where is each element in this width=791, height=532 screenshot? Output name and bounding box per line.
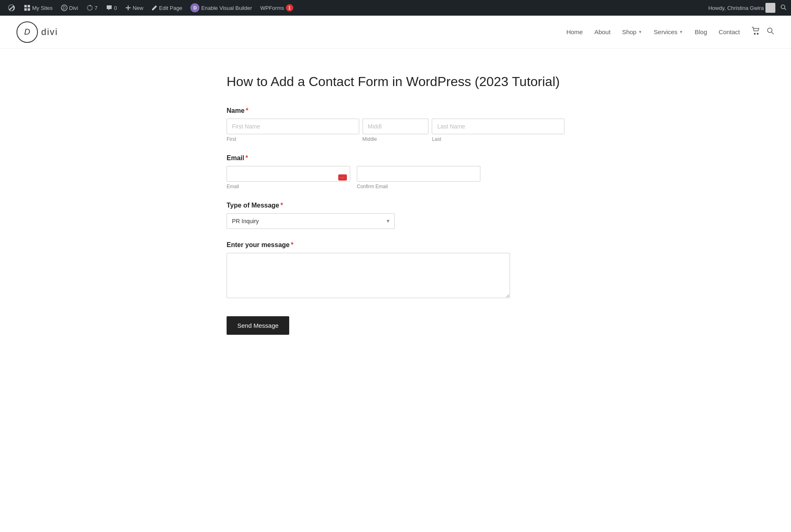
type-select[interactable]: PR Inquiry General Inquiry Support Partn… [227,213,395,229]
nav-home[interactable]: Home [566,28,583,35]
search-icon[interactable] [780,4,787,12]
svg-point-6 [781,5,785,9]
page-title: How to Add a Contact Form in WordPress (… [227,73,564,91]
nav-icons [751,27,775,37]
nav-shop[interactable]: Shop ▼ [622,28,642,35]
admin-bar-new[interactable]: New [122,0,147,16]
site-logo[interactable]: D divi [16,21,58,43]
message-section: Enter your message* [227,241,564,300]
email-dots-icon: ··· [338,175,347,181]
main-nav: Home About Shop ▼ Services ▼ Blog Contac… [566,27,775,37]
nav-services[interactable]: Services ▼ [654,28,683,35]
last-name-sublabel: Last [432,136,564,142]
shop-chevron-icon: ▼ [638,30,642,34]
svg-rect-3 [28,8,30,11]
admin-bar-edit-page[interactable]: Edit Page [148,0,185,16]
main-content: How to Add a Contact Form in WordPress (… [210,73,581,335]
first-name-sublabel: First [227,136,359,142]
wpforms-label: WPForms [260,5,284,11]
svg-point-7 [754,33,756,35]
name-label: Name* [227,107,564,114]
svg-text:D: D [63,6,66,10]
name-fields: First Middle Last [227,119,564,142]
confirm-email-sublabel: Confirm Email [357,184,480,189]
contact-form: Name* First Middle Last Email* [227,107,564,335]
admin-bar-updates[interactable]: 7 [83,0,101,16]
svg-point-8 [757,33,758,35]
admin-bar-right: Howdy, Christina Gwira [708,3,787,13]
type-select-wrap: PR Inquiry General Inquiry Support Partn… [227,213,395,229]
message-label: Enter your message* [227,241,564,249]
name-section: Name* First Middle Last [227,107,564,142]
admin-bar-divi[interactable]: D Divi [58,0,82,16]
edit-page-label: Edit Page [159,5,182,11]
updates-label: 7 [95,5,98,11]
new-label: New [133,5,143,11]
svg-rect-1 [28,5,30,7]
middle-name-sublabel: Middle [363,136,429,142]
divi-logo-circle: D [16,21,38,43]
nav-about[interactable]: About [594,28,611,35]
cart-icon[interactable] [751,27,760,37]
admin-bar-visual-builder[interactable]: D Enable Visual Builder [187,0,255,16]
nav-contact[interactable]: Contact [718,28,740,35]
middle-name-wrap: Middle [363,119,429,142]
visual-builder-label: Enable Visual Builder [201,5,252,11]
name-required-star: * [246,107,248,114]
type-label: Type of Message* [227,202,564,209]
confirm-email-input[interactable] [357,166,480,182]
admin-bar-wpforms[interactable]: WPForms 1 [257,0,297,16]
send-message-button[interactable]: Send Message [227,316,289,335]
email-input[interactable] [227,166,350,182]
admin-bar-my-sites[interactable]: My Sites [21,0,56,16]
first-name-input[interactable] [227,119,359,134]
nav-blog[interactable]: Blog [695,28,707,35]
middle-name-input[interactable] [363,119,429,134]
type-section: Type of Message* PR Inquiry General Inqu… [227,202,564,229]
first-name-wrap: First [227,119,359,142]
last-name-wrap: Last [432,119,564,142]
message-textarea[interactable] [227,253,510,298]
howdy-text: Howdy, Christina Gwira [708,5,764,11]
email-field-wrap: ··· Email [227,166,350,189]
admin-bar: My Sites D Divi 7 0 New Edit Page D Enab… [0,0,791,16]
email-label: Email* [227,154,564,162]
admin-bar-wp-logo[interactable] [4,0,19,16]
type-required-star: * [281,202,283,209]
svg-point-9 [768,28,772,33]
site-header: D divi Home About Shop ▼ Services ▼ Blog… [0,16,791,49]
email-section: Email* ··· Email Confirm Email [227,154,564,189]
email-required-star: * [246,154,248,161]
wpforms-badge: 1 [286,4,293,12]
comments-label: 0 [114,5,117,11]
last-name-input[interactable] [432,119,564,134]
svg-rect-0 [24,5,27,7]
site-name: divi [41,27,58,37]
email-sublabel: Email [227,184,350,189]
email-fields: ··· Email Confirm Email [227,166,564,189]
user-avatar[interactable] [765,3,775,13]
message-required-star: * [291,241,293,248]
svg-rect-2 [24,8,27,11]
confirm-email-field-wrap: Confirm Email [357,166,480,189]
services-chevron-icon: ▼ [679,30,683,34]
admin-bar-comments[interactable]: 0 [103,0,120,16]
divi-d-icon: D [190,3,199,12]
my-sites-label: My Sites [32,5,53,11]
header-search-icon[interactable] [766,27,775,37]
divi-label: Divi [69,5,78,11]
